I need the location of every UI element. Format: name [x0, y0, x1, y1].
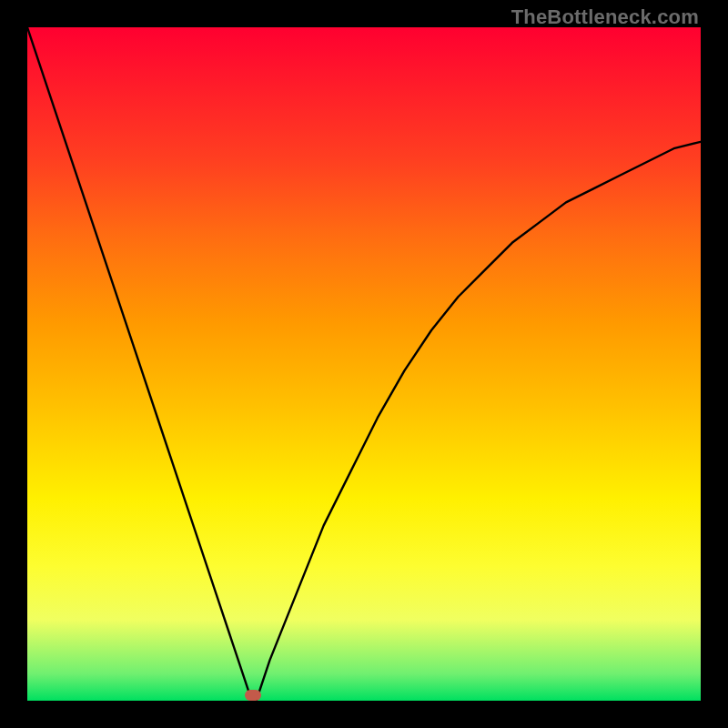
bottleneck-curve [27, 27, 701, 701]
curve-svg [27, 27, 701, 701]
watermark-text: TheBottleneck.com [511, 5, 699, 29]
plot-area [27, 27, 701, 701]
chart-frame: TheBottleneck.com [0, 0, 728, 728]
minimum-marker [245, 690, 261, 701]
